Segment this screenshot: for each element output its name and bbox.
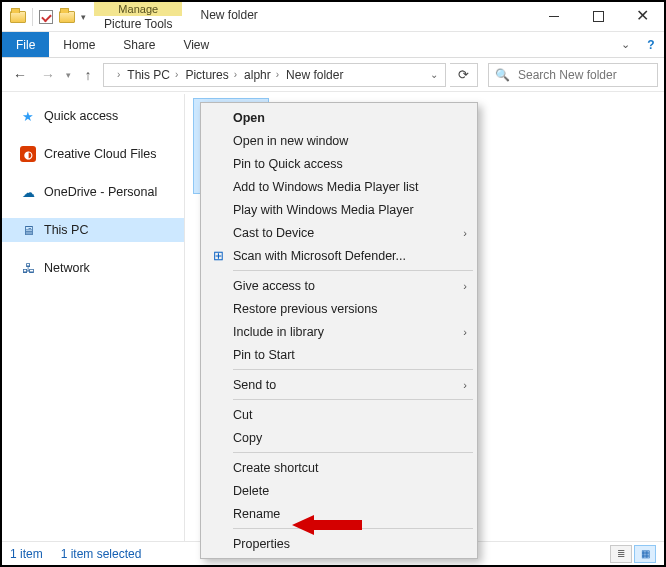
contextual-tab-label[interactable]: Picture Tools — [94, 16, 182, 32]
cm-send-to[interactable]: Send to› — [203, 373, 475, 396]
qat-properties-icon[interactable] — [39, 10, 53, 24]
ribbon-expand-icon[interactable]: ⌄ — [612, 32, 638, 57]
help-icon[interactable]: ? — [638, 32, 664, 57]
thispc-icon: 🖥 — [20, 222, 36, 238]
ribbon-tab-share[interactable]: Share — [109, 32, 169, 57]
breadcrumb-newfolder[interactable]: New folder — [282, 68, 345, 82]
cm-separator — [233, 369, 473, 370]
ribbon-tab-home[interactable]: Home — [49, 32, 109, 57]
cm-label: Create shortcut — [233, 461, 318, 475]
cm-label: Play with Windows Media Player — [233, 203, 414, 217]
cm-cut[interactable]: Cut — [203, 403, 475, 426]
cm-label: Include in library — [233, 325, 324, 339]
cm-label: Open in new window — [233, 134, 348, 148]
cm-label: Cast to Device — [233, 226, 314, 240]
view-icons-button[interactable]: ▦ — [634, 545, 656, 563]
view-details-button[interactable]: ≣ — [610, 545, 632, 563]
cm-label: Send to — [233, 378, 276, 392]
cm-label: Pin to Start — [233, 348, 295, 362]
breadcrumb-pictures[interactable]: Pictures — [181, 68, 230, 82]
cm-label: Open — [233, 111, 265, 125]
up-button[interactable]: ↑ — [77, 67, 99, 83]
cm-label: Give access to — [233, 279, 315, 293]
defender-icon: ⊞ — [209, 248, 227, 263]
chevron-right-icon[interactable]: › — [231, 69, 240, 80]
close-button[interactable]: ✕ — [620, 2, 664, 30]
cm-open-new-window[interactable]: Open in new window — [203, 129, 475, 152]
chevron-right-icon: › — [463, 326, 467, 338]
cm-open[interactable]: Open — [203, 106, 475, 129]
chevron-right-icon[interactable]: › — [273, 69, 282, 80]
status-selection: 1 item selected — [61, 547, 142, 561]
address-dropdown-icon[interactable]: ⌄ — [423, 69, 445, 80]
nav-tree: ★ Quick access ◐ Creative Cloud Files ☁ … — [2, 94, 185, 541]
sidebar-item-label: This PC — [44, 223, 88, 237]
cm-label: Restore previous versions — [233, 302, 378, 316]
forward-button[interactable]: → — [36, 63, 60, 87]
cm-delete[interactable]: Delete — [203, 479, 475, 502]
search-input[interactable] — [516, 67, 666, 83]
cm-copy[interactable]: Copy — [203, 426, 475, 449]
context-menu: Open Open in new window Pin to Quick acc… — [200, 102, 478, 559]
cm-label: Pin to Quick access — [233, 157, 343, 171]
sidebar-item-label: OneDrive - Personal — [44, 185, 157, 199]
chevron-right-icon: › — [463, 280, 467, 292]
maximize-button[interactable] — [576, 2, 620, 30]
status-item-count: 1 item — [10, 547, 43, 561]
qat-dropdown-icon[interactable]: ▾ — [81, 12, 86, 22]
cm-label: Add to Windows Media Player list — [233, 180, 419, 194]
chevron-right-icon[interactable]: › — [114, 69, 123, 80]
chevron-right-icon: › — [463, 379, 467, 391]
sidebar-item-network[interactable]: 🖧 Network — [2, 256, 184, 280]
chevron-right-icon[interactable]: › — [172, 69, 181, 80]
contextual-group-label: Manage — [94, 2, 182, 16]
minimize-button[interactable] — [532, 2, 576, 30]
breadcrumb-thispc[interactable]: This PC — [123, 68, 172, 82]
sidebar-item-label: Quick access — [44, 109, 118, 123]
cm-label: Properties — [233, 537, 290, 551]
cm-add-wmp-list[interactable]: Add to Windows Media Player list — [203, 175, 475, 198]
cm-label: Rename — [233, 507, 280, 521]
network-icon: 🖧 — [20, 260, 36, 276]
sidebar-item-onedrive[interactable]: ☁ OneDrive - Personal — [2, 180, 184, 204]
refresh-button[interactable]: ⟳ — [450, 63, 478, 87]
cm-restore-versions[interactable]: Restore previous versions — [203, 297, 475, 320]
cm-cast-to-device[interactable]: Cast to Device› — [203, 221, 475, 244]
cm-label: Scan with Microsoft Defender... — [233, 249, 406, 263]
sidebar-item-thispc[interactable]: 🖥 This PC — [2, 218, 184, 242]
chevron-right-icon: › — [463, 227, 467, 239]
annotation-arrow — [292, 514, 362, 536]
ribbon-tab-view[interactable]: View — [169, 32, 223, 57]
history-dropdown-icon[interactable]: ▾ — [64, 70, 73, 80]
cm-create-shortcut[interactable]: Create shortcut — [203, 456, 475, 479]
back-button[interactable]: ← — [8, 63, 32, 87]
cm-label: Copy — [233, 431, 262, 445]
sidebar-item-creativecloud[interactable]: ◐ Creative Cloud Files — [2, 142, 184, 166]
app-folder-icon — [10, 11, 26, 23]
star-icon: ★ — [20, 108, 36, 124]
cm-separator — [233, 399, 473, 400]
cm-scan-defender[interactable]: ⊞Scan with Microsoft Defender... — [203, 244, 475, 267]
search-box[interactable]: 🔍 — [488, 63, 658, 87]
cm-label: Cut — [233, 408, 252, 422]
file-tab[interactable]: File — [2, 32, 49, 57]
onedrive-icon: ☁ — [20, 184, 36, 200]
cm-pin-start[interactable]: Pin to Start — [203, 343, 475, 366]
window-title: New folder — [182, 2, 532, 31]
cm-label: Delete — [233, 484, 269, 498]
cm-give-access[interactable]: Give access to› — [203, 274, 475, 297]
breadcrumb-alphr[interactable]: alphr — [240, 68, 273, 82]
cm-play-wmp[interactable]: Play with Windows Media Player — [203, 198, 475, 221]
cm-separator — [233, 452, 473, 453]
address-bar[interactable]: › This PC › Pictures › alphr › New folde… — [103, 63, 446, 87]
sidebar-item-label: Network — [44, 261, 90, 275]
creative-cloud-icon: ◐ — [20, 146, 36, 162]
qat-newfolder-icon[interactable] — [59, 11, 75, 23]
search-icon: 🔍 — [489, 68, 516, 82]
svg-marker-0 — [292, 515, 362, 535]
sidebar-item-quickaccess[interactable]: ★ Quick access — [2, 104, 184, 128]
contextual-tab-group: Manage Picture Tools — [94, 2, 182, 31]
cm-include-library[interactable]: Include in library› — [203, 320, 475, 343]
cm-separator — [233, 270, 473, 271]
cm-pin-quickaccess[interactable]: Pin to Quick access — [203, 152, 475, 175]
